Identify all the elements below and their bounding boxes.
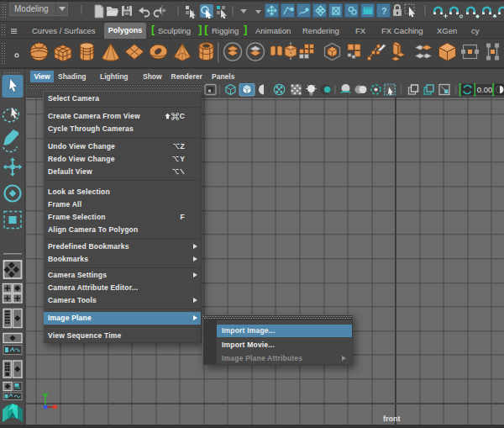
svg-text:0.00: 0.00: [477, 85, 493, 94]
svg-text:?: ?: [381, 6, 387, 16]
